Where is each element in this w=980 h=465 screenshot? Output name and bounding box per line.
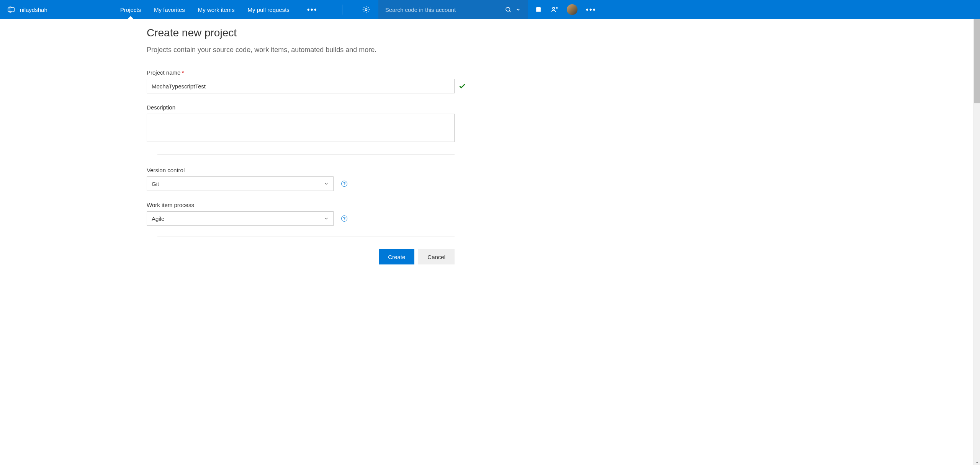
page-subtitle: Projects contain your source code, work …: [147, 46, 467, 54]
description-label: Description: [147, 104, 467, 111]
search-icon[interactable]: [505, 6, 512, 13]
account-name[interactable]: nilaydshah: [20, 7, 47, 13]
project-name-label-text: Project name: [147, 69, 180, 76]
validation-check-icon: [458, 82, 466, 90]
project-name-row: [147, 79, 467, 93]
tab-projects[interactable]: Projects: [120, 0, 141, 19]
svg-point-0: [365, 9, 367, 11]
nav-tabs: Projects My favorites My work items My p…: [120, 0, 378, 19]
version-control-select-wrapper: Git: [147, 176, 334, 191]
required-indicator: *: [182, 69, 184, 76]
project-name-label: Project name*: [147, 69, 467, 76]
cancel-button[interactable]: Cancel: [418, 249, 455, 264]
work-item-process-group: Work item process Agile ?: [147, 202, 467, 226]
divider: [342, 5, 342, 15]
work-item-process-label: Work item process: [147, 202, 467, 208]
version-control-row: Git ?: [147, 176, 467, 191]
right-icons: •••: [528, 0, 603, 19]
description-input[interactable]: [147, 114, 455, 142]
scrollbar-thumb[interactable]: [974, 19, 980, 103]
main-content: Create new project Projects contain your…: [0, 19, 467, 280]
version-control-select[interactable]: Git: [147, 176, 334, 191]
project-name-group: Project name*: [147, 69, 467, 93]
svg-point-1: [506, 7, 510, 11]
marketplace-icon[interactable]: [535, 6, 542, 13]
work-item-process-help-icon[interactable]: ?: [341, 215, 347, 222]
button-row: Create Cancel: [147, 249, 455, 264]
divider: [157, 237, 455, 237]
svg-point-3: [553, 7, 555, 9]
description-group: Description: [147, 104, 467, 144]
user-avatar[interactable]: [567, 4, 578, 15]
page-title: Create new project: [147, 27, 467, 39]
search-chevron-down-icon[interactable]: [515, 7, 521, 12]
header-more-button[interactable]: •••: [586, 5, 596, 14]
nav-more-button[interactable]: •••: [303, 5, 322, 14]
work-item-process-select[interactable]: Agile: [147, 211, 334, 226]
version-control-help-icon[interactable]: ?: [341, 181, 347, 187]
search-wrapper: [378, 0, 528, 19]
tab-favorites[interactable]: My favorites: [154, 0, 185, 19]
tab-pull-requests[interactable]: My pull requests: [248, 0, 290, 19]
person-icon[interactable]: [551, 6, 558, 13]
create-button[interactable]: Create: [379, 249, 414, 264]
top-navigation-bar: nilaydshah Projects My favorites My work…: [0, 0, 980, 19]
settings-gear-icon[interactable]: [362, 6, 370, 13]
svg-line-2: [509, 11, 511, 12]
logo-section: nilaydshah: [0, 0, 55, 19]
divider: [157, 154, 455, 155]
version-control-group: Version control Git ?: [147, 167, 467, 191]
work-item-process-row: Agile ?: [147, 211, 467, 226]
work-item-process-select-wrapper: Agile: [147, 211, 334, 226]
vertical-scrollbar[interactable]: ⌄: [973, 19, 980, 280]
search-input[interactable]: [385, 7, 501, 13]
vsts-logo-icon: [7, 5, 15, 14]
version-control-label: Version control: [147, 167, 467, 173]
tab-work-items[interactable]: My work items: [198, 0, 235, 19]
project-name-input[interactable]: [147, 79, 455, 93]
